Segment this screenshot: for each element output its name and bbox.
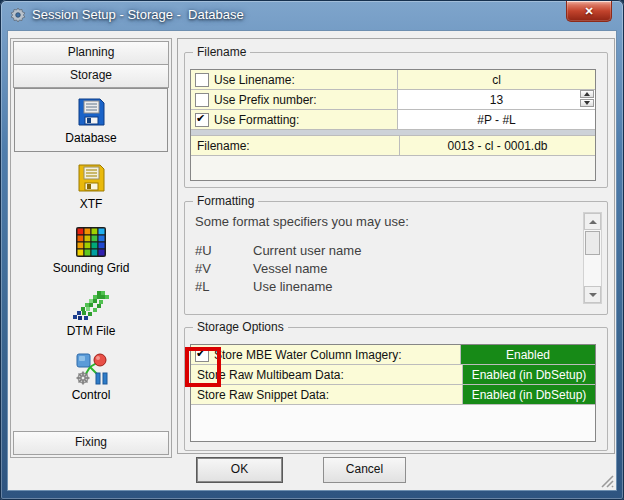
dtm-scatter-icon (73, 291, 109, 321)
table-row: Store Raw Snippet Data: Enabled (in DbSe… (191, 385, 595, 405)
sidebar-item-xtf[interactable]: XTF (14, 157, 168, 215)
close-button[interactable]: ✕ (566, 1, 612, 22)
format-help-scrollbar[interactable] (583, 212, 602, 304)
sidebar-item-label: DTM File (67, 324, 116, 338)
prefix-number-spinner (580, 90, 594, 107)
sidebar-item-label: Control (72, 388, 111, 402)
store-water-column-checkbox[interactable] (195, 348, 209, 362)
table-empty-area (191, 156, 595, 180)
sidebar-item-planning[interactable]: Planning (13, 41, 169, 65)
group-title: Storage Options (193, 320, 288, 334)
spinner-up-icon[interactable] (580, 90, 594, 98)
rainbow-grid-icon (75, 226, 107, 258)
floppy-yellow-icon (75, 162, 107, 194)
sidebar-item-fixing[interactable]: Fixing (13, 431, 169, 455)
dialog-window: Session Setup - Storage - Database ✕ Pla… (0, 0, 624, 500)
gear-icon (10, 7, 26, 23)
control-nodes-icon (74, 351, 108, 385)
group-title: Filename (193, 45, 250, 59)
storage-options-table: Store MBE Water Column Imagery: Enabled … (190, 344, 596, 442)
specifier-row: #L Use linename (195, 279, 577, 295)
group-title: Formatting (193, 194, 258, 208)
format-help-intro: Some format specifiers you may use: (195, 214, 577, 229)
row-label: Store MBE Water Column Imagery: (214, 348, 402, 362)
raw-multibeam-status: Enabled (in DbSetup) (463, 365, 595, 384)
row-label: Use Prefix number: (214, 93, 317, 107)
close-icon: ✕ (584, 6, 593, 17)
sidebar-item-label: Database (65, 131, 116, 145)
scrollbar-thumb[interactable] (585, 231, 600, 255)
formatting-group: Formatting Some format specifiers you ma… (184, 201, 608, 315)
ok-button[interactable]: OK (196, 457, 283, 483)
spinner-down-icon[interactable] (580, 99, 594, 107)
use-linename-checkbox[interactable] (195, 73, 209, 87)
sidebar-item-sounding-grid[interactable]: Sounding Grid (14, 221, 168, 279)
sidebar-item-label: Sounding Grid (53, 261, 130, 275)
water-column-status: Enabled (461, 345, 595, 364)
filename-table: Use Linename: cl Use Prefix number: 13 (190, 69, 596, 181)
cancel-button[interactable]: Cancel (323, 457, 406, 483)
scroll-up-icon[interactable] (584, 213, 601, 230)
window-title: Session Setup - Storage - Database (32, 0, 244, 30)
row-label: Use Formatting: (214, 113, 299, 127)
filename-group: Filename Use Linename: cl (184, 52, 608, 188)
table-empty-area (191, 405, 595, 441)
sidebar-item-control[interactable]: Control (14, 347, 168, 405)
row-label: Store Raw Snippet Data: (197, 388, 329, 402)
sidebar-item-dtm-file[interactable]: DTM File (14, 285, 168, 343)
storage-options-group: Storage Options Store MBE Water Column I… (184, 327, 608, 451)
filename-result-value: 0013 - cl - 0001.db (400, 136, 595, 155)
titlebar[interactable]: Session Setup - Storage - Database ✕ (0, 0, 624, 30)
sidebar-item-label: XTF (80, 197, 103, 211)
scroll-down-icon[interactable] (584, 286, 601, 303)
sidebar-item-storage[interactable]: Storage (13, 64, 169, 88)
specifier-row: #V Vessel name (195, 261, 577, 277)
resize-grip-icon[interactable] (600, 474, 614, 488)
table-row: Store Raw Multibeam Data: Enabled (in Db… (191, 365, 595, 385)
scrollbar-track[interactable] (584, 230, 601, 286)
table-row: Store MBE Water Column Imagery: Enabled (191, 345, 595, 365)
formatting-value-field[interactable]: #P - #L (398, 110, 595, 129)
dialog-client-area: Planning Storage Database (7, 30, 617, 491)
settings-panel: Filename Use Linename: cl (177, 38, 615, 454)
sidebar-item-database[interactable]: Database (14, 88, 168, 152)
format-specifier-help: Some format specifiers you may use: #U C… (195, 214, 577, 295)
table-row: Use Linename: cl (191, 70, 595, 90)
prefix-number-field[interactable]: 13 (398, 90, 595, 109)
table-row: Use Formatting: #P - #L (191, 110, 595, 130)
use-prefix-number-checkbox[interactable] (195, 93, 209, 107)
use-formatting-checkbox[interactable] (195, 113, 209, 127)
floppy-blue-icon (75, 96, 107, 128)
table-row: Filename: 0013 - cl - 0001.db (191, 136, 595, 156)
category-sidebar: Planning Storage Database (10, 38, 172, 458)
specifier-row: #U Current user name (195, 243, 577, 259)
table-row: Use Prefix number: 13 (191, 90, 595, 110)
raw-snippet-status: Enabled (in DbSetup) (463, 385, 595, 404)
linename-value-field[interactable]: cl (398, 70, 595, 89)
row-label: Store Raw Multibeam Data: (197, 368, 344, 382)
row-label: Filename: (197, 139, 250, 153)
row-label: Use Linename: (214, 73, 295, 87)
